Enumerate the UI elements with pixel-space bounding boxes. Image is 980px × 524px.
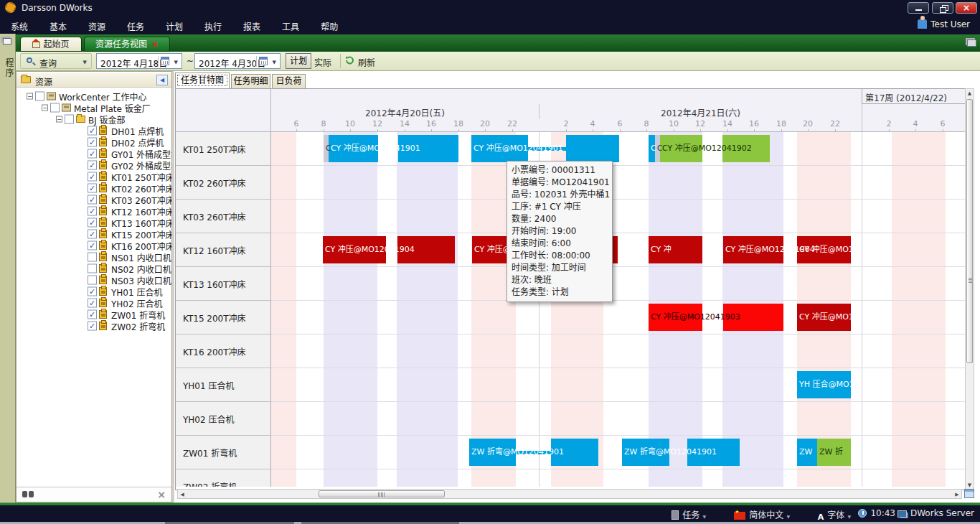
date-to-field[interactable]: 2012年 4月30日 ▼ bbox=[194, 53, 281, 69]
menu-item[interactable]: 报表 bbox=[232, 16, 271, 34]
tree-checkbox[interactable] bbox=[65, 115, 74, 124]
tree-node[interactable]: ✓ZW02 折弯机 bbox=[17, 320, 171, 332]
tree-checkbox[interactable] bbox=[88, 264, 97, 273]
menu-item[interactable]: 工具 bbox=[271, 16, 310, 34]
tree-node[interactable]: ✓KT13 160T冲床 bbox=[17, 217, 171, 228]
menu-item[interactable]: 帮助 bbox=[310, 16, 349, 34]
menu-item[interactable]: 任务 bbox=[116, 16, 155, 34]
tree-checkbox[interactable]: ✓ bbox=[88, 172, 97, 182]
tree-checkbox[interactable]: ✓ bbox=[88, 207, 97, 216]
close-button[interactable]: × bbox=[956, 2, 977, 14]
scroll-down-icon[interactable]: ▼ bbox=[966, 482, 974, 488]
date-from-field[interactable]: 2012年 4月18日 ▼ bbox=[96, 53, 182, 69]
tree-node[interactable]: ✓DH01 点焊机 bbox=[17, 125, 171, 136]
refresh-icon[interactable] bbox=[345, 55, 354, 65]
actual-toggle-button[interactable]: 实际 bbox=[314, 56, 331, 68]
date-from-picker[interactable]: ▼ bbox=[158, 56, 179, 67]
tab-home-page[interactable]: 起始页 bbox=[20, 37, 82, 52]
panel-close-icon[interactable]: × bbox=[157, 489, 166, 500]
tree-node[interactable]: NS02 内收口机 bbox=[17, 263, 171, 274]
horizontal-scroll-thumb[interactable] bbox=[319, 490, 445, 497]
vertical-scroll-thumb[interactable] bbox=[966, 99, 973, 363]
menu-item[interactable]: 计划 bbox=[155, 16, 194, 34]
tree-checkbox[interactable]: ✓ bbox=[88, 218, 97, 228]
tree-node-label: YH02 压合机 bbox=[111, 297, 162, 309]
refresh-label[interactable]: 刷新 bbox=[358, 56, 375, 68]
resource-row-label: KT01 250T冲床 bbox=[176, 132, 270, 166]
collapse-panel-button[interactable]: ◀ bbox=[156, 75, 168, 85]
tree-node[interactable]: −Metal Plate 钣金厂 bbox=[17, 102, 171, 113]
tree-node[interactable]: ✓ZW01 折弯机 bbox=[17, 309, 171, 320]
tree-checkbox[interactable]: ✓ bbox=[88, 310, 97, 319]
tree-checkbox[interactable] bbox=[88, 253, 97, 262]
tree-node[interactable]: NS03 内收口机 bbox=[17, 274, 171, 286]
hour-tick-label: 14 bbox=[400, 119, 410, 128]
query-split-button[interactable]: 查询 ▼ bbox=[20, 53, 92, 69]
menu-item[interactable]: 资源 bbox=[77, 16, 116, 34]
tab-task-detail[interactable]: 任务明细 bbox=[231, 74, 270, 88]
tree-expander-icon[interactable]: − bbox=[27, 93, 33, 100]
tree-checkbox[interactable]: ✓ bbox=[88, 138, 97, 147]
menu-item[interactable]: 基本 bbox=[39, 16, 77, 34]
status-task-dropdown[interactable]: 任务▼ bbox=[672, 508, 706, 520]
date-to-picker[interactable]: ▼ bbox=[256, 56, 278, 67]
status-font-dropdown[interactable]: A字体▼ bbox=[818, 508, 851, 522]
scroll-up-icon[interactable]: ▲ bbox=[966, 90, 974, 96]
plan-toggle-button[interactable]: 计划 bbox=[286, 53, 311, 69]
query-label: 查询 bbox=[39, 57, 57, 69]
tree-node[interactable]: ✓KT16 200T冲床 bbox=[17, 240, 171, 251]
tree-node[interactable]: ✓YH01 压合机 bbox=[17, 286, 171, 297]
splitter-corner-icon[interactable] bbox=[964, 489, 974, 498]
tree-expander-icon[interactable]: − bbox=[42, 105, 48, 111]
title-bar: Darsson DWorks × bbox=[0, 0, 980, 16]
tree-node[interactable]: −BJ 钣金部 bbox=[17, 113, 171, 125]
tab-close-icon[interactable]: × bbox=[151, 39, 159, 50]
tree-node[interactable]: ✓KT02 260T冲床 bbox=[17, 182, 171, 194]
scroll-right-icon[interactable]: ▶ bbox=[954, 492, 960, 497]
status-language-dropdown[interactable]: 简体中文▼ bbox=[734, 508, 790, 520]
tree-checkbox[interactable]: ✓ bbox=[88, 299, 97, 308]
tree-checkbox[interactable]: ✓ bbox=[88, 126, 97, 136]
tree-checkbox[interactable]: ✓ bbox=[88, 195, 97, 205]
tree-checkbox[interactable]: ✓ bbox=[88, 287, 97, 296]
tree-checkbox[interactable]: ✓ bbox=[88, 241, 97, 251]
status-clock: 10:43 bbox=[858, 508, 895, 518]
tree-checkbox[interactable] bbox=[50, 103, 60, 113]
menu-item[interactable]: 系统 bbox=[0, 16, 39, 34]
hour-tick-label: 14 bbox=[722, 119, 732, 128]
task-bar[interactable] bbox=[566, 135, 619, 162]
vertical-scrollbar[interactable]: ▲ ▼ bbox=[965, 88, 974, 490]
minimize-button[interactable] bbox=[908, 2, 929, 14]
tree-node[interactable]: ✓DH02 点焊机 bbox=[17, 136, 171, 148]
scroll-left-icon[interactable]: ◀ bbox=[179, 492, 185, 497]
tree-node[interactable]: −WorkCenter 工作中心 bbox=[17, 90, 171, 102]
binoculars-icon[interactable] bbox=[22, 490, 34, 498]
tab-task-gantt[interactable]: 任务甘特图 bbox=[175, 72, 230, 88]
tree-checkbox[interactable]: ✓ bbox=[88, 184, 97, 193]
tree-expander-icon[interactable]: − bbox=[56, 116, 62, 123]
tree-checkbox[interactable]: ✓ bbox=[88, 322, 97, 331]
query-dropdown-arrow[interactable]: ▼ bbox=[83, 60, 87, 65]
tree-checkbox[interactable]: ✓ bbox=[88, 230, 97, 239]
tree-node[interactable]: ✓KT01 250T冲床 bbox=[17, 171, 171, 182]
tree-node[interactable]: ✓GY02 外桶成型机 bbox=[17, 159, 171, 171]
tree-node[interactable]: ✓GY01 外桶成型机 bbox=[17, 148, 171, 159]
tree-checkbox[interactable]: ✓ bbox=[88, 161, 97, 170]
tab-daily-load[interactable]: 日负荷 bbox=[272, 74, 306, 88]
side-strip[interactable]: 程序 bbox=[0, 34, 16, 502]
tree-node[interactable]: ✓KT12 160T冲床 bbox=[17, 205, 171, 217]
row-separator bbox=[271, 435, 966, 436]
horizontal-scrollbar[interactable]: ◀ ▶ bbox=[177, 489, 962, 499]
tab-resource-task-view[interactable]: 资源任务视图× bbox=[84, 37, 170, 52]
restore-button[interactable] bbox=[932, 2, 953, 14]
tree-checkbox[interactable] bbox=[88, 276, 97, 285]
tree-node[interactable]: ✓YH02 压合机 bbox=[17, 297, 171, 309]
tree-checkbox[interactable]: ✓ bbox=[88, 149, 97, 159]
machine-icon bbox=[99, 264, 107, 273]
tree-node[interactable]: NS01 内收口机 bbox=[17, 251, 171, 263]
tree-checkbox[interactable] bbox=[35, 92, 44, 101]
tree-node[interactable]: ✓KT03 260T冲床 bbox=[17, 194, 171, 205]
tree-node[interactable]: ✓KT15 200T冲床 bbox=[17, 228, 171, 240]
window-list-icon[interactable] bbox=[967, 39, 976, 47]
menu-item[interactable]: 执行 bbox=[194, 16, 232, 34]
